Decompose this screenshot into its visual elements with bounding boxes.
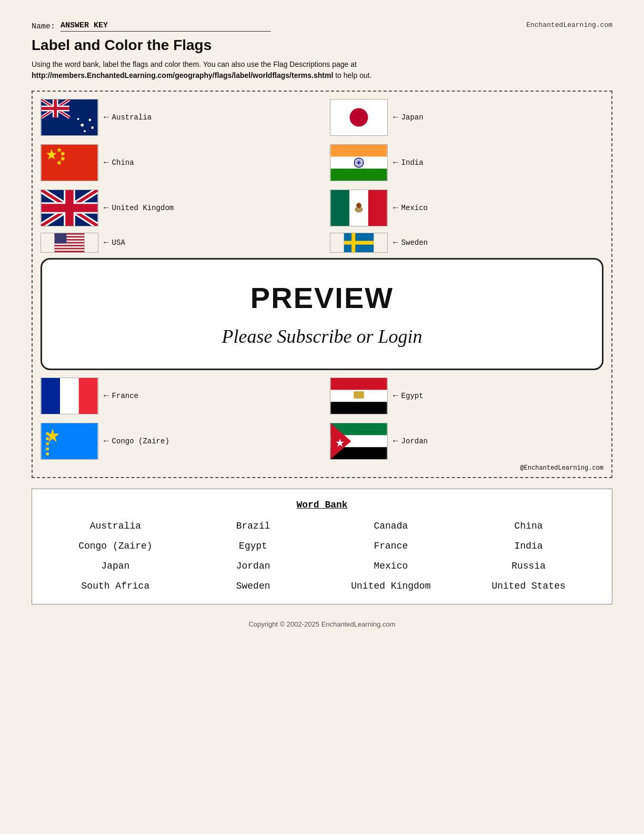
flag-row-uk: ← United Kingdom bbox=[41, 187, 314, 229]
svg-point-11 bbox=[88, 118, 91, 121]
svg-rect-60 bbox=[55, 246, 85, 248]
svg-rect-61 bbox=[55, 248, 85, 250]
svg-point-80 bbox=[46, 437, 49, 440]
flags-grid: ← Australia ← Japan bbox=[41, 97, 603, 253]
flag-egypt bbox=[330, 378, 388, 414]
flag-mexico bbox=[330, 190, 388, 226]
instructions-url: http://members.EnchantedLearning.com/geo… bbox=[32, 71, 333, 80]
word-bank-title: Word Bank bbox=[48, 500, 596, 510]
country-name-egypt: Egypt bbox=[401, 392, 424, 400]
svg-rect-67 bbox=[344, 241, 374, 244]
country-name-uk: United Kingdom bbox=[112, 204, 174, 212]
country-name-congo: Congo (Zaire) bbox=[112, 437, 169, 445]
instructions: Using the word bank, label the flags and… bbox=[32, 59, 612, 81]
instructions-text-2: to help out. bbox=[335, 71, 371, 80]
flag-jordan bbox=[330, 423, 388, 460]
arrow-icon: ← bbox=[393, 436, 398, 446]
country-name-china: China bbox=[112, 158, 134, 167]
header: Name: ANSWER KEY EnchantedLearning.com bbox=[32, 21, 612, 32]
footer: Copyright © 2002-2025 EnchantedLearning.… bbox=[32, 620, 612, 628]
word-bank-item: South Africa bbox=[48, 579, 183, 593]
svg-point-78 bbox=[46, 452, 49, 455]
word-bank-container: Word Bank AustraliaBrazilCanadaChinaCong… bbox=[32, 489, 612, 604]
arrow-icon: ← bbox=[104, 158, 109, 167]
country-name-india: India bbox=[401, 158, 424, 167]
instructions-text-1: Using the word bank, label the flags and… bbox=[32, 60, 357, 68]
flag-row-india: ← India bbox=[330, 142, 603, 183]
site-url: EnchantedLearning.com bbox=[526, 21, 612, 29]
svg-rect-73 bbox=[331, 402, 387, 414]
arrow-icon: ← bbox=[393, 203, 398, 213]
arrow-label-australia: ← Australia bbox=[104, 113, 152, 122]
svg-rect-45 bbox=[331, 190, 350, 226]
flags-container: ← Australia ← Japan bbox=[32, 91, 612, 478]
svg-point-77 bbox=[46, 448, 49, 451]
word-bank-item: Jordan bbox=[186, 559, 321, 573]
word-bank-grid: AustraliaBrazilCanadaChinaCongo (Zaire)E… bbox=[48, 519, 596, 593]
flag-france bbox=[41, 378, 98, 414]
flag-japan bbox=[330, 99, 388, 136]
arrow-icon: ← bbox=[393, 238, 398, 247]
arrow-icon: ← bbox=[393, 113, 398, 122]
name-label: Name: bbox=[32, 22, 55, 31]
flag-row-mexico: ← Mexico bbox=[330, 187, 603, 229]
flags-grid-bottom: ← France ← Egypt bbox=[41, 375, 603, 462]
word-bank-item: China bbox=[461, 519, 596, 533]
flag-row-china: ← China bbox=[41, 142, 314, 183]
preview-overlay: PREVIEW Please Subscribe or Login bbox=[41, 258, 603, 370]
arrow-label-mexico: ← Mexico bbox=[393, 203, 428, 213]
flag-usa bbox=[41, 233, 98, 253]
svg-rect-71 bbox=[331, 378, 387, 390]
country-name-france: France bbox=[112, 392, 138, 400]
flag-row-egypt: ← Egypt bbox=[330, 375, 603, 416]
svg-rect-23 bbox=[331, 145, 387, 157]
word-bank-item: Egypt bbox=[186, 539, 321, 553]
arrow-label-india: ← India bbox=[393, 158, 424, 167]
country-name-sweden: Sweden bbox=[401, 239, 428, 247]
preview-title: PREVIEW bbox=[74, 281, 570, 315]
svg-point-16 bbox=[350, 108, 368, 127]
arrow-label-uk: ← United Kingdom bbox=[104, 203, 174, 213]
country-name-mexico: Mexico bbox=[401, 204, 428, 212]
word-bank-item: Congo (Zaire) bbox=[48, 539, 183, 553]
preview-subtitle: Please Subscribe or Login bbox=[74, 325, 570, 348]
svg-rect-58 bbox=[55, 243, 85, 245]
svg-point-14 bbox=[77, 118, 79, 120]
arrow-label-china: ← China bbox=[104, 158, 134, 167]
country-name-jordan: Jordan bbox=[401, 437, 428, 445]
svg-point-12 bbox=[91, 126, 94, 129]
word-bank-item: Russia bbox=[461, 559, 596, 573]
arrow-icon: ← bbox=[104, 238, 109, 247]
word-bank-item: Sweden bbox=[186, 579, 321, 593]
arrow-label-sweden: ← Sweden bbox=[393, 238, 428, 247]
arrow-icon: ← bbox=[393, 391, 398, 401]
word-bank-item: Japan bbox=[48, 559, 183, 573]
arrow-icon: ← bbox=[104, 436, 109, 446]
arrow-icon: ← bbox=[104, 113, 109, 122]
name-line: Name: ANSWER KEY bbox=[32, 21, 271, 32]
page-title: Label and Color the Flags bbox=[32, 37, 612, 54]
word-bank-item: Australia bbox=[48, 519, 183, 533]
flag-row-japan: ← Japan bbox=[330, 97, 603, 138]
word-bank-item: Mexico bbox=[324, 559, 459, 573]
flag-row-jordan: ← Jordan bbox=[330, 421, 603, 462]
word-bank-item: United Kingdom bbox=[324, 579, 459, 593]
svg-rect-70 bbox=[79, 378, 98, 414]
flag-row-congo: ← Congo (Zaire) bbox=[41, 421, 314, 462]
flag-row-australia: ← Australia bbox=[41, 97, 314, 138]
word-bank-item: Canada bbox=[324, 519, 459, 533]
word-bank-item: France bbox=[324, 539, 459, 553]
svg-rect-59 bbox=[55, 245, 85, 246]
flag-china bbox=[41, 144, 98, 181]
flag-row-france: ← France bbox=[41, 375, 314, 416]
svg-rect-17 bbox=[42, 145, 98, 181]
arrow-label-egypt: ← Egypt bbox=[393, 391, 424, 401]
arrow-icon: ← bbox=[104, 203, 109, 213]
arrow-label-france: ← France bbox=[104, 391, 138, 401]
arrow-icon: ← bbox=[393, 158, 398, 167]
name-value: ANSWER KEY bbox=[61, 21, 271, 32]
svg-point-13 bbox=[84, 130, 86, 132]
svg-rect-69 bbox=[60, 378, 79, 414]
flag-sweden bbox=[330, 233, 388, 253]
svg-rect-64 bbox=[55, 233, 67, 243]
